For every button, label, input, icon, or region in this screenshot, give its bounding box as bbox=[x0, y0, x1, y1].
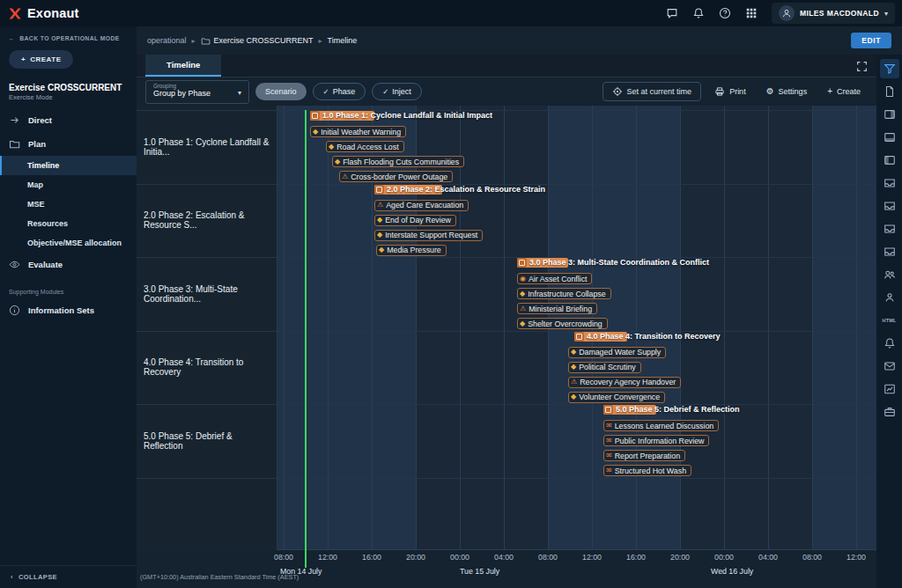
phase-row-label: 2.0 Phase 2: Escalation & Resource S... bbox=[137, 184, 277, 258]
phase-icon bbox=[574, 332, 584, 342]
diamond-icon: ◆ bbox=[571, 364, 576, 371]
diamond-icon: ◆ bbox=[520, 290, 525, 298]
inject-chip[interactable]: ◆Initial Weather Warning bbox=[310, 126, 406, 137]
inject-chip[interactable]: ◆Media Pressure bbox=[376, 245, 447, 256]
inject-chip[interactable]: ◆Volunteer Convergence bbox=[568, 392, 665, 403]
tray-icon[interactable] bbox=[880, 219, 899, 239]
sidebar-item-information-sets[interactable]: Information Sets bbox=[0, 298, 137, 322]
inject-chip[interactable]: ⚠Ministerial Briefing bbox=[517, 303, 597, 314]
inject-chip[interactable]: ◆End of Day Review bbox=[374, 215, 456, 226]
set-current-time-button[interactable]: Set at current time bbox=[603, 82, 702, 101]
triangle-icon: ⚠ bbox=[571, 379, 577, 386]
sidebar-item-evaluate[interactable]: Evaluate bbox=[0, 253, 137, 276]
help-icon[interactable] bbox=[713, 3, 736, 24]
gridline bbox=[724, 106, 725, 549]
phase-bar-label: 1.0 Phase 1: Cyclone Landfall & Initial … bbox=[322, 111, 492, 121]
panel-right-icon[interactable] bbox=[880, 105, 899, 124]
fullscreen-icon[interactable] bbox=[856, 60, 868, 76]
inject-label: Aged Care Evacuation bbox=[386, 201, 463, 209]
inject-chip[interactable]: ⚠Cross-border Power Outage bbox=[339, 171, 453, 182]
panel-left-icon[interactable] bbox=[880, 151, 899, 170]
chat-icon[interactable] bbox=[661, 3, 684, 24]
time-band-day bbox=[812, 106, 876, 549]
axis-tick-label: 12:00 bbox=[306, 553, 350, 562]
mail-icon[interactable] bbox=[880, 356, 899, 376]
user-group-icon[interactable] bbox=[880, 288, 899, 307]
create-label: CREATE bbox=[30, 55, 61, 63]
diamond-icon: ◆ bbox=[313, 129, 318, 136]
gridline bbox=[504, 106, 505, 549]
settings-button[interactable]: ⚙ Settings bbox=[759, 84, 815, 99]
create-item-button[interactable]: + Create bbox=[820, 84, 868, 99]
inject-chip[interactable]: ✉Report Preparation bbox=[603, 450, 685, 461]
filter-icon[interactable] bbox=[880, 59, 899, 78]
gridline bbox=[284, 106, 285, 549]
sidebar-item-direct[interactable]: Direct bbox=[0, 108, 137, 132]
bell-icon[interactable] bbox=[880, 334, 899, 353]
inject-label: Damaged Water Supply bbox=[579, 348, 661, 356]
edit-button[interactable]: EDIT bbox=[851, 33, 891, 48]
apps-grid-icon[interactable] bbox=[740, 3, 763, 24]
sidebar-item-label: Information Sets bbox=[28, 305, 94, 315]
inject-chip[interactable]: ◆Infrastructure Collapse bbox=[517, 288, 611, 299]
phase-filter-chip[interactable]: ✓ Phase bbox=[313, 83, 366, 100]
envelope-icon: ✉ bbox=[606, 467, 612, 474]
html-icon[interactable]: HTML bbox=[880, 311, 899, 330]
inject-chip[interactable]: ◉Air Asset Conflict bbox=[517, 273, 592, 284]
back-label: BACK TO OPERATIONAL MODE bbox=[19, 35, 119, 41]
inject-label: Interstate Support Request bbox=[385, 231, 477, 239]
phase-bar-label: 5.0 Phase 5: Debrief & Reflection bbox=[616, 405, 740, 415]
collapse-button[interactable]: ‹ COLLAPSE bbox=[0, 565, 137, 588]
inject-chip[interactable]: ⚠Recovery Agency Handover bbox=[568, 377, 681, 388]
sidebar-item-plan[interactable]: Plan bbox=[0, 132, 137, 156]
inject-label: Public Information Review bbox=[615, 437, 705, 445]
inject-chip[interactable]: ◆Road Access Lost bbox=[326, 141, 404, 152]
envelope-icon: ✉ bbox=[606, 452, 612, 459]
inject-chip[interactable]: ⚠Aged Care Evacuation bbox=[374, 200, 469, 211]
back-to-operational-button[interactable]: ← BACK TO OPERATIONAL MODE bbox=[0, 26, 137, 48]
breadcrumb-page: Timeline bbox=[328, 36, 358, 45]
sidebar-item-map[interactable]: Map bbox=[0, 175, 137, 195]
breadcrumb-root[interactable]: operational bbox=[147, 36, 187, 45]
panel-bottom-icon[interactable] bbox=[880, 128, 899, 147]
scenario-filter-chip[interactable]: Scenario bbox=[255, 83, 307, 100]
sidebar-item-resources[interactable]: Resources bbox=[0, 214, 137, 233]
tray-icon[interactable] bbox=[880, 173, 899, 193]
exercise-title: Exercise CROSSCURRENT bbox=[0, 76, 137, 93]
circle-icon: ◉ bbox=[520, 276, 526, 283]
row-separator bbox=[137, 331, 876, 332]
inject-filter-chip[interactable]: ✓ Inject bbox=[372, 83, 422, 100]
grouping-select[interactable]: Grouping Group by Phase ▾ bbox=[145, 80, 249, 104]
print-button[interactable]: Print bbox=[707, 83, 753, 100]
users-icon[interactable] bbox=[880, 265, 899, 284]
tab-timeline[interactable]: Timeline bbox=[145, 54, 221, 77]
breadcrumb-exercise[interactable]: Exercise CROSSCURRENT bbox=[214, 36, 314, 45]
chart-icon[interactable] bbox=[880, 379, 899, 399]
target-icon bbox=[612, 86, 623, 97]
inject-chip[interactable]: ◆Interstate Support Request bbox=[374, 230, 483, 241]
sidebar-item-objective-mse-allocation[interactable]: Objective/MSE allocation bbox=[0, 233, 137, 253]
tray-icon[interactable] bbox=[880, 196, 899, 216]
tray-icon[interactable] bbox=[880, 242, 899, 261]
inject-chip[interactable]: ◆Shelter Overcrowding bbox=[517, 318, 608, 329]
document-icon[interactable] bbox=[880, 82, 899, 101]
bell-icon[interactable] bbox=[687, 3, 710, 24]
printer-icon bbox=[714, 86, 725, 97]
inject-chip[interactable]: ◆Political Scrutiny bbox=[568, 362, 641, 373]
diamond-icon: ◆ bbox=[377, 232, 382, 239]
button-label: Create bbox=[837, 87, 861, 96]
inject-chip[interactable]: ◆Damaged Water Supply bbox=[568, 347, 666, 358]
user-menu[interactable]: MILES MACDONALD ▾ bbox=[772, 3, 895, 24]
inject-chip[interactable]: ✉Public Information Review bbox=[603, 435, 709, 446]
diamond-icon: ◆ bbox=[571, 393, 576, 401]
row-separator bbox=[137, 257, 876, 258]
diamond-icon: ◆ bbox=[379, 246, 384, 254]
inject-chip[interactable]: ◆Flash Flooding Cuts Communities bbox=[332, 156, 464, 167]
gantt-chart[interactable]: 1.0 Phase 1: Cyclone Landfall & Initial … bbox=[277, 106, 876, 550]
create-button[interactable]: + CREATE bbox=[9, 50, 73, 69]
inject-chip[interactable]: ✉Structured Hot Wash bbox=[603, 465, 691, 476]
sidebar-item-mse[interactable]: MSE bbox=[0, 195, 137, 214]
briefcase-icon[interactable] bbox=[880, 402, 899, 422]
inject-chip[interactable]: ✉Lessons Learned Discussion bbox=[603, 420, 719, 431]
sidebar-item-timeline[interactable]: Timeline bbox=[0, 156, 137, 175]
